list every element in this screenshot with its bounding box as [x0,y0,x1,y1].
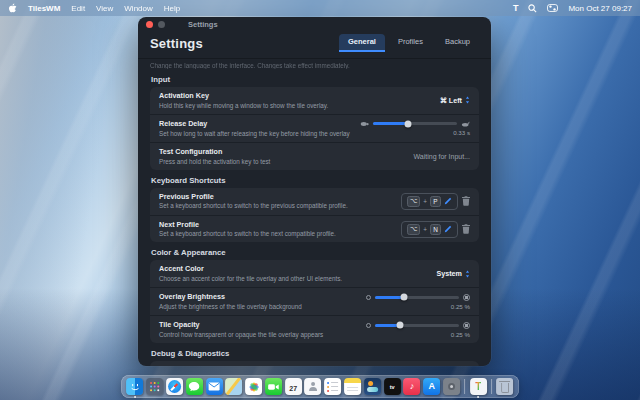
tileswm-status-icon[interactable]: T [513,3,519,13]
activation-key-dropdown[interactable]: ⌘ Left [440,96,470,105]
running-indicator [477,396,479,398]
appstore-a-icon: A [428,382,435,391]
release-delay-desc: Set how long to wait after releasing the… [159,130,352,138]
menu-window[interactable]: Window [124,4,152,13]
next-profile-title: Next Profile [159,220,393,230]
tab-general[interactable]: General [339,34,385,52]
letter-keycap: N [430,224,441,235]
overlay-brightness-track[interactable] [375,296,459,299]
dock-item-notes[interactable] [344,378,361,395]
overlay-brightness-desc: Adjust the brightness of the tile overla… [159,303,355,311]
tileswm-t-glyph: T [475,382,481,392]
trash-icon [500,381,511,382]
dock-item-music[interactable]: ♪ [403,378,420,395]
tab-profiles[interactable]: Profiles [389,34,432,52]
dock-item-trash[interactable] [497,378,514,395]
dock-item-maps[interactable] [225,378,242,395]
release-delay-track[interactable] [373,122,457,125]
overlay-brightness-thumb[interactable] [400,294,407,301]
row-release-delay: Release Delay Set how long to wait after… [150,114,479,142]
dock-item-photos[interactable] [245,378,262,395]
tab-backup[interactable]: Backup [436,34,479,52]
dock-item-weather[interactable] [364,378,381,395]
control-center-icon[interactable] [547,4,558,12]
opacity-high-icon [463,322,470,329]
activation-key-value: ⌘ Left [440,96,462,105]
edit-pencil-icon[interactable] [444,197,452,205]
accent-color-dropdown[interactable]: System [436,269,470,278]
menu-help[interactable]: Help [164,4,180,13]
release-delay-thumb[interactable] [405,120,412,127]
tortoise-icon [360,121,369,127]
delete-shortcut-trash-icon[interactable] [462,224,470,234]
window-titlebar[interactable]: Settings [138,17,491,31]
keyboard-shortcuts-card: Previous Profile Set a keyboard shortcut… [150,188,479,243]
test-configuration-title: Test Configuration [159,147,405,157]
delete-shortcut-trash-icon[interactable] [462,196,470,206]
tile-opacity-value: 0.25 % [451,331,470,338]
menu-edit[interactable]: Edit [71,4,85,13]
messages-bubble-icon [188,381,200,392]
menubar-app-name[interactable]: TilesWM [28,4,60,13]
row-accent-color: Accent Color Choose an accent color for … [150,260,479,287]
dock-item-mail[interactable] [206,378,223,395]
dock-separator [464,379,465,394]
menubar-clock[interactable]: Mon Oct 27 09:27 [568,4,632,13]
dock-item-appstore[interactable]: A [423,378,440,395]
tile-opacity-slider[interactable] [366,322,470,329]
settings-scroll-area[interactable]: Change the language of the interface. Ch… [138,59,491,366]
tv-logo: tv [390,384,395,390]
accent-color-value: System [436,269,462,278]
overlay-brightness-fill [375,296,404,299]
section-header-color-appearance: Color & Appearance [151,248,478,257]
close-button[interactable] [146,21,153,28]
section-header-debug: Debug & Diagnostics [151,349,478,358]
tile-opacity-title: Tile Opacity [159,320,358,330]
dock-item-safari[interactable] [166,378,183,395]
minimize-button[interactable] [158,21,165,28]
dock-item-reminders[interactable] [324,378,341,395]
dock-item-calendar[interactable]: 27 [285,378,302,395]
notes-icon [347,387,358,388]
launchpad-icon [150,382,152,384]
weather-sun-icon [368,381,373,386]
dock-item-system-settings[interactable] [443,378,460,395]
facetime-camera-icon [268,383,279,391]
next-profile-shortcut[interactable]: ⌥ + N [401,221,458,238]
dock-item-facetime[interactable] [265,378,282,395]
tile-opacity-thumb[interactable] [397,322,404,329]
plus-separator: + [423,226,427,233]
titlebar-title: Settings [188,20,218,29]
section-header-keyboard-shortcuts: Keyboard Shortcuts [151,176,478,185]
menu-view[interactable]: View [96,4,113,13]
apple-menu-icon[interactable] [8,3,17,14]
overlay-brightness-slider[interactable] [366,294,470,301]
safari-compass-icon [168,380,181,393]
row-tile-opacity: Tile Opacity Control how transparent or … [150,315,479,343]
dock-item-messages[interactable] [186,378,203,395]
clipped-row-text: Change the language of the interface. Ch… [150,62,479,69]
previous-profile-shortcut[interactable]: ⌥ + P [401,193,458,210]
input-card: Activation Key Hold this key while movin… [150,87,479,170]
release-delay-slider[interactable] [360,121,470,127]
tileswm-app-icon: T [470,378,487,395]
brightness-bright-icon [463,294,470,301]
contacts-person-icon [311,382,315,386]
dock-item-finder[interactable] [126,378,143,395]
activation-key-title: Activation Key [159,91,432,101]
activation-key-desc: Hold this key while moving a window to s… [159,102,432,110]
basic-debug-mode-title: Basic Debug Mode [159,365,441,366]
dock-item-tv[interactable]: tv [384,378,401,395]
dock-item-tileswm[interactable]: T [470,378,487,395]
tile-opacity-track[interactable] [375,324,459,327]
next-profile-desc: Set a keyboard shortcut to switch to the… [159,230,383,238]
page-title: Settings [150,36,203,51]
running-indicator [134,396,136,398]
spotlight-search-icon[interactable] [528,4,537,13]
reminders-icon [327,382,329,384]
dock-item-launchpad[interactable] [146,378,163,395]
modifier-keycap: ⌥ [407,196,420,207]
edit-pencil-icon[interactable] [444,225,452,233]
dock-item-contacts[interactable] [305,378,322,395]
row-previous-profile: Previous Profile Set a keyboard shortcut… [150,188,479,215]
